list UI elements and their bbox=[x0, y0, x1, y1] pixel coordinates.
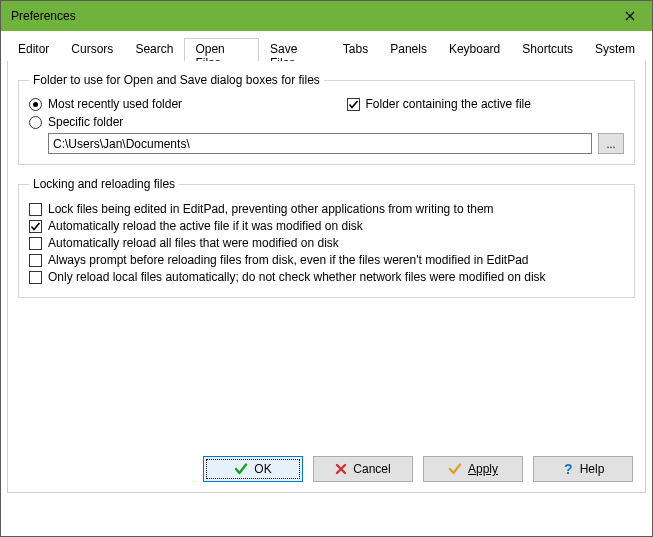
tab-shortcuts[interactable]: Shortcuts bbox=[511, 38, 584, 62]
checkbox-always-prompt-label: Always prompt before reloading files fro… bbox=[48, 253, 529, 267]
apply-button-label: Apply bbox=[468, 462, 498, 476]
checkbox-local-only[interactable] bbox=[29, 271, 42, 284]
tab-keyboard[interactable]: Keyboard bbox=[438, 38, 511, 62]
folder-group: Folder to use for Open and Save dialog b… bbox=[18, 73, 635, 165]
checkbox-auto-reload-all[interactable] bbox=[29, 237, 42, 250]
client-area: Editor Cursors Search Open Files Save Fi… bbox=[1, 31, 652, 499]
folder-group-legend: Folder to use for Open and Save dialog b… bbox=[29, 73, 324, 87]
cancel-button-label: Cancel bbox=[353, 462, 390, 476]
ok-button-label: OK bbox=[254, 462, 271, 476]
checkbox-local-only-label: Only reload local files automatically; d… bbox=[48, 270, 546, 284]
window-title: Preferences bbox=[11, 9, 607, 23]
apply-button[interactable]: Apply bbox=[423, 456, 523, 482]
apply-check-icon bbox=[448, 462, 462, 476]
specific-folder-input[interactable] bbox=[48, 133, 592, 154]
checkbox-always-prompt[interactable] bbox=[29, 254, 42, 267]
close-button[interactable] bbox=[607, 1, 652, 31]
cancel-x-icon bbox=[335, 463, 347, 475]
help-button-label: Help bbox=[580, 462, 605, 476]
tab-editor[interactable]: Editor bbox=[7, 38, 60, 62]
tab-bar: Editor Cursors Search Open Files Save Fi… bbox=[7, 37, 646, 61]
close-icon bbox=[625, 11, 635, 21]
help-button[interactable]: ? Help bbox=[533, 456, 633, 482]
radio-mru-label: Most recently used folder bbox=[48, 97, 182, 111]
checkmark-icon bbox=[348, 99, 359, 110]
checkmark-icon bbox=[30, 221, 41, 232]
checkbox-active-folder[interactable] bbox=[347, 98, 360, 111]
checkbox-lock-files-label: Lock files being edited in EditPad, prev… bbox=[48, 202, 494, 216]
radio-mru[interactable] bbox=[29, 98, 42, 111]
help-question-icon: ? bbox=[562, 462, 574, 476]
ok-check-icon bbox=[234, 462, 248, 476]
tab-tabs[interactable]: Tabs bbox=[332, 38, 379, 62]
cancel-button[interactable]: Cancel bbox=[313, 456, 413, 482]
tab-panels[interactable]: Panels bbox=[379, 38, 438, 62]
locking-group-legend: Locking and reloading files bbox=[29, 177, 179, 191]
tab-cursors[interactable]: Cursors bbox=[60, 38, 124, 62]
checkbox-auto-reload-all-label: Automatically reload all files that were… bbox=[48, 236, 339, 250]
checkbox-active-folder-label: Folder containing the active file bbox=[366, 97, 531, 111]
checkbox-auto-reload-active[interactable] bbox=[29, 220, 42, 233]
tab-search[interactable]: Search bbox=[124, 38, 184, 62]
checkbox-auto-reload-active-label: Automatically reload the active file if … bbox=[48, 219, 363, 233]
tab-save-files[interactable]: Save Files bbox=[259, 38, 332, 62]
radio-specific[interactable] bbox=[29, 116, 42, 129]
tab-system[interactable]: System bbox=[584, 38, 646, 62]
locking-group: Locking and reloading files Lock files b… bbox=[18, 177, 635, 298]
ok-button[interactable]: OK bbox=[203, 456, 303, 482]
radio-specific-label: Specific folder bbox=[48, 115, 123, 129]
tab-content: Folder to use for Open and Save dialog b… bbox=[7, 61, 646, 493]
checkbox-lock-files[interactable] bbox=[29, 203, 42, 216]
svg-text:?: ? bbox=[564, 462, 573, 476]
titlebar: Preferences bbox=[1, 1, 652, 31]
browse-button[interactable]: ... bbox=[598, 133, 624, 154]
tab-open-files[interactable]: Open Files bbox=[184, 38, 259, 62]
button-bar: OK Cancel Apply ? Help bbox=[203, 456, 633, 482]
